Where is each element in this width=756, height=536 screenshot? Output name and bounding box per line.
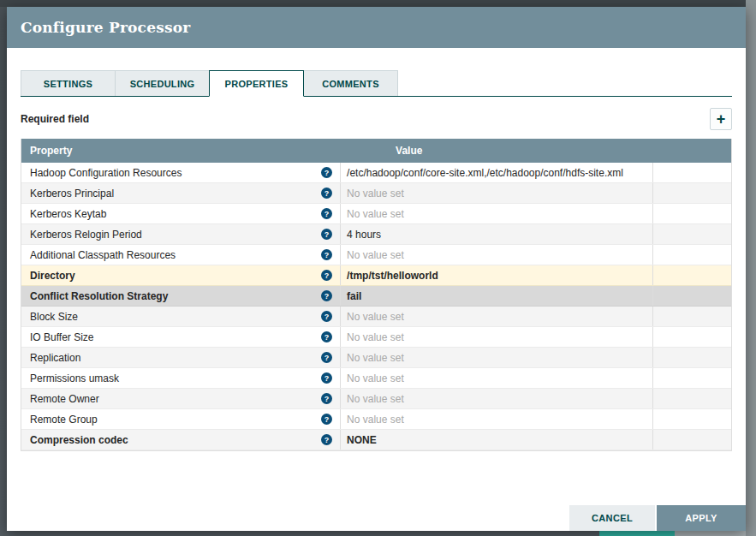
help-icon[interactable]: ? <box>321 352 332 363</box>
help-icon[interactable]: ? <box>321 414 332 425</box>
apply-button[interactable]: APPLY <box>657 505 746 531</box>
property-name: IO Buffer Size <box>30 331 93 343</box>
tab-bar: SETTINGSSCHEDULINGPROPERTIESCOMMENTS <box>21 70 732 97</box>
value-cell[interactable]: fail <box>341 286 653 306</box>
background-panel-fragment <box>675 531 746 536</box>
row-extra-cell <box>653 286 731 306</box>
help-icon[interactable]: ? <box>321 270 332 281</box>
row-extra-cell <box>653 430 731 450</box>
column-header-value: Value <box>341 145 653 157</box>
property-cell[interactable]: Conflict Resolution Strategy ? <box>21 286 341 306</box>
property-row[interactable]: Kerberos Principal ? No value set <box>21 183 731 204</box>
property-cell[interactable]: Kerberos Relogin Period ? <box>21 224 341 244</box>
table-header-row: Property Value <box>21 139 731 163</box>
property-value: No value set <box>347 352 404 364</box>
row-extra-cell <box>653 183 731 203</box>
background-toolbar-fragment <box>599 531 675 536</box>
value-cell[interactable]: No value set <box>341 409 653 429</box>
property-name: Remote Owner <box>30 393 99 405</box>
property-value: No value set <box>347 249 404 261</box>
help-icon[interactable]: ? <box>321 208 332 219</box>
property-cell[interactable]: Remote Owner ? <box>21 389 341 408</box>
property-row[interactable]: Permissions umask ? No value set <box>21 368 731 389</box>
property-value: No value set <box>347 188 404 200</box>
row-extra-cell <box>653 204 731 223</box>
cancel-button[interactable]: CANCEL <box>569 505 655 531</box>
row-extra-cell <box>653 368 731 388</box>
help-icon[interactable]: ? <box>321 167 332 178</box>
help-icon[interactable]: ? <box>321 249 332 260</box>
help-icon[interactable]: ? <box>321 393 332 404</box>
row-extra-cell <box>653 348 731 367</box>
tab-scheduling[interactable]: SCHEDULING <box>115 70 210 96</box>
property-name: Additional Classpath Resources <box>30 249 176 261</box>
value-cell[interactable]: No value set <box>341 307 653 326</box>
property-row[interactable]: Kerberos Keytab ? No value set <box>21 204 731 224</box>
value-cell[interactable]: No value set <box>341 245 653 265</box>
property-name: Directory <box>30 270 75 282</box>
property-cell[interactable]: Compression codec ? <box>21 430 341 450</box>
help-icon[interactable]: ? <box>321 290 332 301</box>
property-row[interactable]: Remote Owner ? No value set <box>21 389 731 409</box>
value-cell[interactable]: 4 hours <box>341 224 653 244</box>
property-cell[interactable]: IO Buffer Size ? <box>21 327 341 347</box>
property-name: Block Size <box>30 311 78 323</box>
value-cell[interactable]: No value set <box>341 389 653 408</box>
property-cell[interactable]: Kerberos Principal ? <box>21 183 341 203</box>
row-extra-cell <box>653 389 731 408</box>
property-row[interactable]: Compression codec ? NONE <box>21 430 731 450</box>
tab-properties[interactable]: PROPERTIES <box>209 70 304 97</box>
table-body: Hadoop Configuration Resources ? /etc/ha… <box>21 163 731 450</box>
property-value: No value set <box>347 414 404 426</box>
property-value: /etc/hadoop/conf/core-site.xml,/etc/hado… <box>347 167 623 179</box>
help-icon[interactable]: ? <box>321 434 332 445</box>
help-icon[interactable]: ? <box>321 188 332 199</box>
property-row[interactable]: Directory ? /tmp/tst/helloworld <box>21 265 731 286</box>
property-cell[interactable]: Replication ? <box>21 348 341 367</box>
property-name: Compression codec <box>30 434 128 446</box>
value-cell[interactable]: No value set <box>341 368 653 388</box>
property-row[interactable]: Kerberos Relogin Period ? 4 hours <box>21 224 731 245</box>
property-row[interactable]: Additional Classpath Resources ? No valu… <box>21 245 731 265</box>
property-row[interactable]: Hadoop Configuration Resources ? /etc/ha… <box>21 163 731 183</box>
property-value: No value set <box>347 372 404 384</box>
property-cell[interactable]: Additional Classpath Resources ? <box>21 245 341 265</box>
property-cell[interactable]: Kerberos Keytab ? <box>21 204 341 223</box>
property-value: No value set <box>347 393 404 405</box>
configure-processor-dialog: Configure Processor SETTINGSSCHEDULINGPR… <box>7 7 746 531</box>
help-icon[interactable]: ? <box>321 311 332 322</box>
help-icon[interactable]: ? <box>321 372 332 384</box>
property-row[interactable]: Block Size ? No value set <box>21 307 731 327</box>
value-cell[interactable]: /tmp/tst/helloworld <box>341 265 653 285</box>
property-row[interactable]: IO Buffer Size ? No value set <box>21 327 731 348</box>
value-cell[interactable]: /etc/hadoop/conf/core-site.xml,/etc/hado… <box>341 163 653 182</box>
help-icon[interactable]: ? <box>321 331 332 342</box>
property-row[interactable]: Conflict Resolution Strategy ? fail <box>21 286 731 307</box>
property-cell[interactable]: Block Size ? <box>21 307 341 326</box>
value-cell[interactable]: No value set <box>341 204 653 223</box>
property-cell[interactable]: Hadoop Configuration Resources ? <box>21 163 341 182</box>
value-cell[interactable]: No value set <box>341 183 653 203</box>
property-cell[interactable]: Directory ? <box>21 265 341 285</box>
row-extra-cell <box>653 409 731 429</box>
tab-comments[interactable]: COMMENTS <box>303 70 398 96</box>
column-header-property: Property <box>21 145 341 157</box>
property-name: Hadoop Configuration Resources <box>30 167 182 179</box>
help-icon[interactable]: ? <box>321 229 332 240</box>
property-row[interactable]: Replication ? No value set <box>21 348 731 368</box>
property-name: Kerberos Principal <box>30 188 114 200</box>
value-cell[interactable]: No value set <box>341 327 653 347</box>
row-extra-cell <box>653 245 731 265</box>
value-cell[interactable]: No value set <box>341 348 653 367</box>
property-name: Permissions umask <box>30 372 119 384</box>
dialog-header: Configure Processor <box>7 7 746 48</box>
property-row[interactable]: Remote Group ? No value set <box>21 409 731 430</box>
add-property-button[interactable]: + <box>710 108 732 130</box>
property-cell[interactable]: Remote Group ? <box>21 409 341 429</box>
tab-settings[interactable]: SETTINGS <box>21 70 116 96</box>
background-canvas-top <box>0 0 746 7</box>
value-cell[interactable]: NONE <box>341 430 653 450</box>
property-cell[interactable]: Permissions umask ? <box>21 368 341 388</box>
property-name: Kerberos Relogin Period <box>30 229 142 241</box>
property-value: fail <box>347 290 361 302</box>
